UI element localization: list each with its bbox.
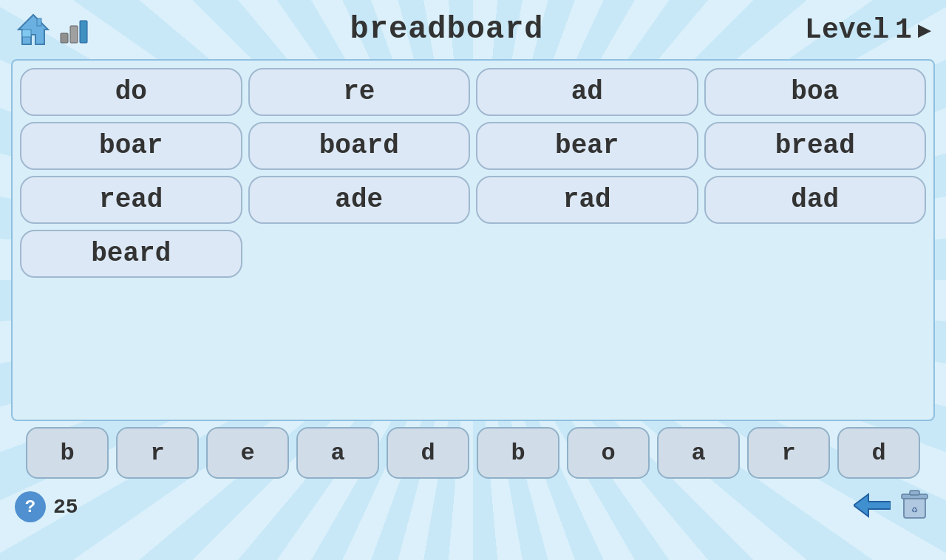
letter-tile[interactable]: r	[116, 427, 199, 479]
letter-tile[interactable]: r	[747, 427, 830, 479]
header-left	[15, 11, 89, 48]
word-tile[interactable]: ade	[248, 176, 471, 224]
letter-tile[interactable]: e	[206, 427, 289, 479]
letter-tile[interactable]: a	[657, 427, 740, 479]
back-button[interactable]	[854, 491, 891, 524]
word-tile[interactable]: board	[248, 122, 471, 170]
play-button[interactable]: ▶	[918, 16, 931, 44]
word-grid-area: doreadboaboarboardbearbreadreadaderaddad…	[11, 59, 935, 421]
letter-tile[interactable]: d	[387, 427, 469, 479]
letter-tile[interactable]: o	[567, 427, 650, 479]
help-button[interactable]: ?	[15, 491, 46, 522]
word-tile[interactable]: bread	[704, 122, 927, 170]
stats-icon[interactable]	[59, 15, 89, 44]
letter-tile[interactable]: b	[26, 427, 109, 479]
word-tile[interactable]: re	[248, 68, 471, 116]
word-tile[interactable]: dad	[704, 176, 927, 224]
home-icon[interactable]	[15, 11, 52, 48]
word-tile[interactable]: rad	[476, 176, 698, 224]
word-grid: doreadboaboarboardbearbreadreadaderaddad…	[20, 68, 926, 278]
header: breadboard Level 1 ▶	[0, 0, 946, 59]
svg-rect-1	[22, 30, 31, 37]
word-tile[interactable]: do	[20, 68, 242, 116]
word-tile[interactable]: bear	[476, 122, 698, 170]
level-label: Level	[805, 14, 889, 46]
level-number: 1	[895, 14, 912, 46]
word-tile[interactable]: beard	[20, 230, 242, 278]
svg-rect-2	[37, 18, 41, 26]
footer-right: ♻	[854, 488, 931, 525]
footer-left: ? 25	[15, 491, 78, 522]
letter-tile[interactable]: d	[837, 427, 920, 479]
trash-button[interactable]: ♻	[898, 488, 931, 525]
word-tile[interactable]: read	[20, 176, 242, 224]
score-display: 25	[53, 496, 78, 519]
svg-text:♻: ♻	[911, 504, 918, 516]
word-tile[interactable]: ad	[476, 68, 698, 116]
word-tile[interactable]: boar	[20, 122, 242, 170]
word-tile[interactable]: boa	[704, 68, 927, 116]
svg-rect-3	[61, 33, 68, 43]
svg-marker-6	[854, 494, 891, 516]
svg-rect-4	[70, 26, 78, 43]
footer: ? 25 ♻	[0, 485, 946, 529]
letter-row: breadboard	[0, 421, 946, 485]
letter-tile[interactable]: b	[477, 427, 559, 479]
page-title: breadboard	[350, 12, 544, 47]
svg-rect-5	[80, 21, 87, 43]
header-right: Level 1 ▶	[805, 14, 931, 46]
letter-tile[interactable]: a	[296, 427, 379, 479]
svg-rect-9	[910, 491, 919, 495]
